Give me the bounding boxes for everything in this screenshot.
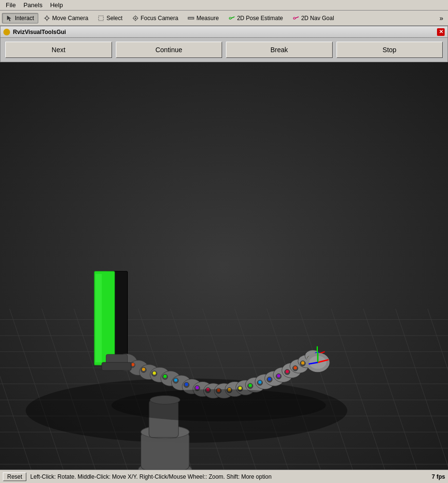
- svg-point-96: [238, 386, 242, 390]
- control-buttons-row: Next Continue Break Stop: [0, 38, 448, 62]
- panel-close-button[interactable]: ✕: [437, 28, 445, 36]
- move-icon: [44, 15, 50, 22]
- panel-diamond-icon: [3, 29, 10, 35]
- svg-point-105: [112, 389, 326, 421]
- svg-point-88: [153, 371, 156, 375]
- 3d-scene: [0, 62, 448, 470]
- ruler-icon: [188, 15, 194, 22]
- svg-point-101: [286, 370, 289, 373]
- svg-point-3: [134, 17, 136, 19]
- rviz-panel-title: RvizVisualToolsGui: [3, 29, 66, 35]
- rviz-panel: RvizVisualToolsGui ✕ Next Continue Break…: [0, 26, 448, 62]
- next-button[interactable]: Next: [5, 42, 112, 58]
- toolbar-navgoal-btn[interactable]: 2D Nav Goal: [288, 13, 338, 23]
- menu-panels[interactable]: Panels: [20, 0, 46, 10]
- svg-point-103: [301, 361, 304, 365]
- svg-point-86: [131, 363, 134, 366]
- continue-button[interactable]: Continue: [116, 42, 223, 58]
- toolbar: Interact Move Camera Select Focus Camera…: [0, 11, 448, 26]
- toolbar-more-btn[interactable]: »: [437, 13, 446, 23]
- svg-point-5: [229, 17, 231, 19]
- nav-icon: [292, 15, 299, 22]
- menu-file[interactable]: File: [2, 0, 20, 10]
- svg-rect-42: [95, 274, 101, 362]
- select-icon: [98, 15, 104, 22]
- svg-point-89: [163, 375, 167, 378]
- viewport[interactable]: Object dettached from robot ◀ ▶: [0, 62, 448, 470]
- reset-button[interactable]: Reset: [3, 472, 26, 481]
- break-button[interactable]: Break: [226, 42, 333, 58]
- toolbar-interact-btn[interactable]: Interact: [2, 13, 38, 23]
- cursor-icon: [6, 15, 13, 22]
- svg-point-0: [45, 17, 48, 20]
- svg-rect-107: [102, 362, 132, 371]
- svg-point-100: [277, 374, 280, 378]
- toolbar-select-btn[interactable]: Select: [93, 13, 126, 23]
- svg-point-98: [258, 381, 262, 384]
- focus-icon: [132, 15, 139, 22]
- svg-point-99: [268, 377, 271, 381]
- svg-point-6: [293, 17, 295, 19]
- rviz-panel-header: RvizVisualToolsGui ✕: [0, 26, 448, 38]
- toolbar-movecamera-btn[interactable]: Move Camera: [39, 13, 92, 23]
- svg-point-91: [185, 383, 188, 386]
- svg-rect-1: [99, 16, 103, 21]
- status-bar: Reset Left-Click: Rotate. Middle-Click: …: [0, 470, 448, 483]
- toolbar-focuscamera-btn[interactable]: Focus Camera: [128, 13, 183, 23]
- svg-point-90: [174, 379, 178, 382]
- toolbar-measure-btn[interactable]: Measure: [183, 13, 223, 23]
- stop-button[interactable]: Stop: [336, 42, 443, 58]
- svg-point-102: [294, 366, 297, 370]
- svg-point-87: [142, 368, 146, 371]
- fps-counter: 7 fps: [432, 473, 445, 480]
- menu-help[interactable]: Help: [46, 0, 67, 10]
- status-hint-text: Left-Click: Rotate. Middle-Click: Move X…: [30, 473, 271, 480]
- svg-point-92: [196, 386, 199, 389]
- menu-bar: File Panels Help: [0, 0, 448, 11]
- pose-icon: [228, 15, 235, 22]
- svg-point-97: [249, 384, 252, 387]
- toolbar-pose-btn[interactable]: 2D Pose Estimate: [224, 13, 287, 23]
